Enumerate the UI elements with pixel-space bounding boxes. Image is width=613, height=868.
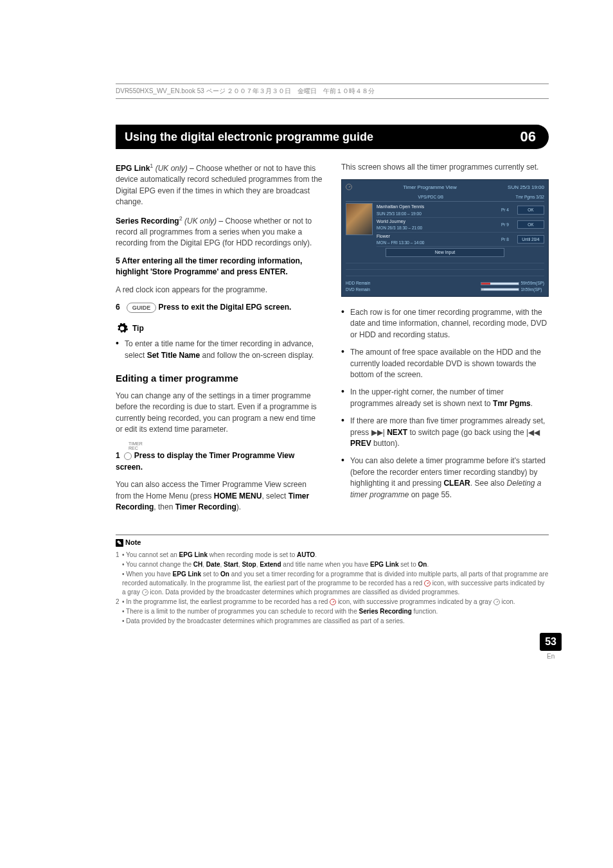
tip-label: Tip [132,323,144,334]
r1-time: MON 26/3 18:30 – 21:00 [377,225,493,231]
tip-bold: Set Title Name [147,351,200,360]
step-6-text: Press to exit the Digital EPG screen. [159,303,292,312]
n2date: Date [206,561,220,568]
clock-icon-red [424,580,431,587]
n3e: icon. Data provided by the broadcaster d… [148,589,460,596]
b4next: NEXT [385,428,407,437]
scr-title: Timer Programme View [403,184,457,191]
n1b: EPG Link [179,551,208,558]
r0-name: Manhattan Open Tennis [377,204,493,210]
n2a: • You cannot change the [122,561,193,568]
epg-link-para: EPG Link1 (UK only) – Choose whether or … [116,162,323,208]
page-body: Using the digital electronic programme g… [116,125,549,661]
b5clear: CLEAR [443,479,470,488]
dvd-val: 1h59m(SP) [521,287,542,292]
table-row: World JourneyMON 26/3 18:30 – 21:00 Pr 9… [377,218,544,233]
series-rec-para: Series Recording2 (UK only) – Choose whe… [116,215,323,249]
note-2b: • There is a limit to the number of prog… [116,607,549,616]
note-icon: ✎ [116,539,123,547]
step-1-head-text: Press to display the Timer Programme Vie… [116,451,294,471]
r2-name: Flower [377,233,493,240]
n2ext: Extend [260,561,281,568]
n4a: • In the programme list, the earliest pr… [122,598,330,605]
n2start: Start [224,561,238,568]
step-1-block: TIMER REC 1 Press to display the Timer P… [116,441,323,473]
scr-datetime: SUN 25/3 19:00 [508,184,544,191]
scr-rows: Manhattan Open TennisSUN 25/3 18:00 – 19… [377,203,544,247]
step-1-text: You can also access the Timer Programme … [116,479,323,513]
r1-name: World Journey [377,218,493,225]
chapter-title: Using the digital electronic programme g… [125,130,373,144]
epg-link-note: (UK only) – [153,164,196,173]
series-rec-note: (UK only) – [182,217,226,226]
note-section: ✎ Note 1 • You cannot set an EPG Link wh… [116,535,549,661]
table-row: FlowerMON – FRI 13:30 – 14:00 Pr 8 Until… [377,233,544,247]
scr-remain: HDD Remain DVD Remain 59h59m(SP) 1h59m(S… [346,280,544,292]
r2-time: MON – FRI 13:30 – 14:00 [377,240,493,245]
n2c: set to [398,561,418,568]
note-1: 1 • You cannot set an EPG Link when reco… [116,551,549,560]
r0-time: SUN 25/3 18:00 – 19:00 [377,211,493,217]
step-1-head: 1 Press to display the Timer Programme V… [116,450,323,473]
r0-status: OK [517,206,544,214]
scr-clock-icon [346,184,352,190]
book-header-text: DVR550HXS_WV_EN.book 53 ページ ２００７年３月３０日 金… [116,87,375,94]
n5c: function. [412,608,438,615]
s1b1: HOME MENU [214,492,262,500]
chapter-header: Using the digital electronic programme g… [116,125,549,149]
bullet-2: The amount of free space available on th… [341,347,549,380]
note-1c: • When you have EPG Link set to On and y… [116,570,549,597]
hdd-bar [481,282,519,285]
tip-text-b: and follow the on-screen display. [200,351,314,360]
timer-programme-view-screenshot: Timer Programme View SUN 25/3 19:00 VPS/… [341,179,549,297]
n5a: • There is a limit to the number of prog… [122,608,359,615]
clock-icon-gray [142,589,148,596]
remote-button-icon [124,452,132,460]
left-column: EPG Link1 (UK only) – Choose whether or … [116,162,323,519]
r1-status: OK [517,220,544,229]
step-5-head: 5 After entering all the timer recording… [116,256,323,278]
n3a: • When you have [122,571,173,578]
n4c: icon. [500,598,515,605]
n1e: . [315,551,317,558]
n1a: • You cannot set an [122,551,179,558]
n2epg: EPG Link [370,561,398,568]
s1b3: Timer Recording [175,502,236,511]
editing-text: You can change any of the settings in a … [116,391,323,436]
r2-status: Until 20/4 [517,235,544,244]
scr-tmr: Tmr Pgms 3/32 [516,194,544,200]
gear-icon [116,322,129,335]
n2on: On [418,561,427,568]
hdd-label: HDD Remain [346,281,370,285]
n3on: On [220,571,229,578]
page-lang: En [540,652,562,661]
hdd-val: 59h59m(SP) [521,281,545,285]
s1d: ). [236,502,241,511]
r1-pr: Pr 9 [495,222,515,227]
note-heading: ✎ Note [116,538,141,547]
bullet-4: If there are more than five timer progra… [341,416,549,449]
right-column: This screen shows all the timer programm… [341,162,549,519]
n2ch: CH [193,561,202,568]
n1c: when recording mode is set to [208,551,297,558]
b5c: on page 55. [409,490,452,499]
tip-heading: Tip [116,322,323,335]
step-1-num: 1 [116,451,120,460]
n4b: icon, with successive programmes indicat… [336,598,493,605]
dvd-label: DVD Remain [346,287,370,292]
s1c: , then [154,502,175,511]
dvd-bar [481,288,519,291]
editing-heading: Editing a timer programme [116,371,323,385]
tip-bullet: To enter a title name for the timer reco… [116,339,323,361]
scr-thumbnail [346,203,373,235]
step-5-text: A red clock icon appears for the program… [116,285,323,296]
page-number-block: 53 En [540,633,562,661]
scr-vps: VPS/PDC 0/8 [418,194,443,200]
r2-pr: Pr 8 [495,236,515,242]
clock-icon-red-2 [330,599,336,605]
bullet-5: You can also delete a timer programme be… [341,456,549,500]
n3b: set to [201,571,220,578]
n2d: . [427,561,429,568]
note-2c: • Data provided by the broadcaster deter… [116,617,549,626]
next-icon: ▶▶| [371,428,385,437]
